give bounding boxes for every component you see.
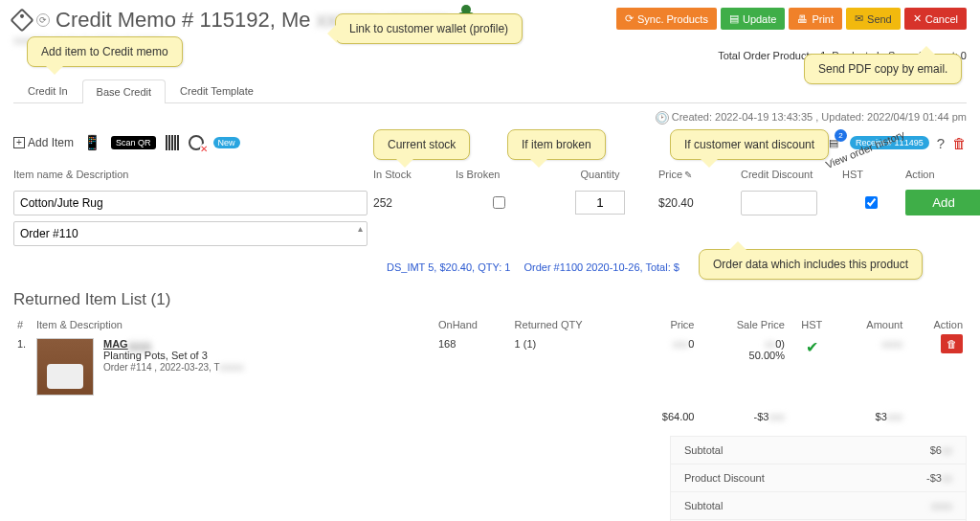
th-sale: Sale Price: [698, 315, 788, 334]
tot-sale: -$3xxx: [698, 399, 788, 426]
th-idx: #: [13, 315, 33, 334]
help-icon[interactable]: ?: [937, 135, 945, 151]
discount-input[interactable]: [741, 191, 817, 215]
callout-discount: If customer want discount: [670, 129, 829, 160]
add-button[interactable]: Add: [905, 190, 980, 215]
col-qty: Quantity: [547, 169, 653, 180]
order-link[interactable]: Order #1100 2020-10-26, Total: $: [523, 261, 679, 273]
callout-wallet: Link to customer wallet (profile): [335, 13, 523, 44]
item-order: Order #114 , 2022-03-23, Txxxxx: [103, 362, 244, 373]
phone-icon[interactable]: 📱: [83, 134, 101, 151]
th-price: Price: [634, 315, 699, 334]
new-badge: New: [213, 137, 240, 148]
col-discount: Credit Discount: [741, 169, 836, 180]
item-sub: Planting Pots, Set of 3: [103, 350, 208, 361]
callout-send: Send PDF copy by email.: [804, 54, 962, 84]
title-text: Credit Memo # 115192, Me: [56, 8, 311, 33]
th-hst: HST: [789, 315, 835, 334]
callout-add: Add item to Credit memo: [27, 36, 183, 67]
order-input[interactable]: [13, 221, 368, 246]
col-price: Price✎: [658, 169, 735, 180]
sum-v2: -$3xx: [926, 472, 952, 484]
item-name[interactable]: MAGxxxx: [103, 338, 151, 350]
tag-icon: [10, 8, 33, 32]
tab-base-credit[interactable]: Base Credit: [82, 79, 166, 103]
pencil-icon[interactable]: ✎: [684, 170, 692, 180]
callout-orderdata: Order data which includes this product: [699, 249, 923, 280]
barcode-icon[interactable]: [166, 135, 179, 150]
sum-v3: xxxx: [931, 500, 952, 511]
sum-v1: $6xx: [930, 444, 952, 456]
tot-amount: $3xxx: [835, 399, 907, 426]
hst-checkbox[interactable]: [865, 196, 878, 209]
cell-sale: xx0)50.00%: [698, 334, 788, 399]
print-button[interactable]: 🖶 Print: [789, 8, 842, 30]
scan-qr-badge: Scan QR: [111, 136, 156, 149]
callout-stock: Current stock: [373, 129, 470, 160]
sync-button[interactable]: ⟳ Sync. Products: [616, 8, 717, 30]
item-input[interactable]: [13, 191, 368, 215]
stock-value: 252: [373, 196, 450, 210]
broken-checkbox[interactable]: [493, 196, 505, 209]
trash-icon[interactable]: 🗑: [952, 135, 967, 151]
price-value: $20.40: [658, 196, 735, 210]
tab-credit-template[interactable]: Credit Template: [166, 79, 268, 102]
col-hst: HST: [842, 169, 900, 180]
cell-rqty: 1 (1): [511, 334, 634, 399]
hst-check-icon: ✔: [789, 334, 835, 399]
tot-price: $64.00: [634, 399, 699, 426]
plus-icon: +: [13, 137, 25, 148]
sum-l2: Product Discount: [684, 472, 765, 484]
summary-box: Subtotal$6xx Product Discount-$3xx Subto…: [670, 436, 967, 521]
refresh-icon: ⟳: [36, 13, 50, 27]
qty-input[interactable]: [575, 191, 625, 215]
sum-l1: Subtotal: [684, 444, 723, 456]
th-rqty: Returned QTY: [511, 315, 634, 334]
product-thumb: [36, 338, 94, 396]
th-desc: Item & Description: [33, 315, 434, 334]
th-onhand: OnHand: [434, 315, 511, 334]
gear-icon[interactable]: [189, 135, 204, 150]
returned-title: Returned Item List (1): [13, 290, 967, 309]
update-button[interactable]: ▤ Update: [721, 8, 785, 30]
ds-link[interactable]: DS_IMT 5, $20.40, QTY: 1: [387, 261, 510, 273]
dropdown-icon[interactable]: ▴: [358, 223, 363, 234]
add-item-button[interactable]: + Add Item: [13, 136, 74, 149]
col-name: Item name & Description: [13, 169, 368, 180]
cancel-button[interactable]: ✕ Cancel: [904, 8, 967, 30]
cell-price: xxx0: [634, 334, 699, 399]
cell-amount: xxxx: [835, 334, 907, 399]
table-row: 1. MAGxxxx Planting Pots, Set of 3 Order…: [13, 334, 967, 399]
delete-row-button[interactable]: 🗑: [941, 334, 963, 353]
cell-onhand: 168: [434, 334, 511, 399]
col-action: Action: [905, 169, 980, 180]
th-action: Action: [906, 315, 967, 334]
send-button[interactable]: ✉ Send: [846, 8, 901, 30]
action-buttons: ⟳ Sync. Products ▤ Update 🖶 Print ✉ Send…: [616, 8, 967, 30]
clock-icon: 🕑: [656, 111, 669, 125]
meta-line: 🕑 Created: 2022-04-19 13:43:35 , Updated…: [13, 111, 967, 125]
cell-idx: 1.: [13, 334, 33, 399]
th-amount: Amount: [835, 315, 907, 334]
callout-broken: If item broken: [507, 129, 606, 160]
sum-l3: Subtotal: [684, 500, 723, 511]
